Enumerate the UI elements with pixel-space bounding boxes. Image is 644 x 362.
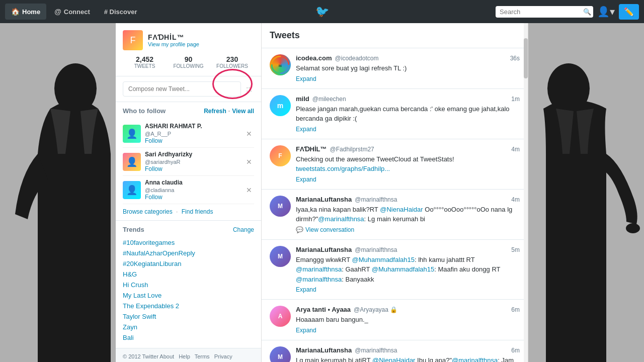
tweet-item[interactable]: m mild @mileechen 1m Please jangan marah…: [262, 89, 528, 139]
trend-item[interactable]: My Last Love: [123, 290, 254, 301]
compose-nav-button[interactable]: ✏️: [619, 4, 639, 20]
trend-item[interactable]: #10favoritegames: [123, 237, 254, 248]
follow-item: 👤 Anna claudia @cladianna Follow ✕: [123, 176, 254, 204]
profile-link[interactable]: View my profile page: [148, 41, 199, 47]
tweet-item[interactable]: M MarianaLuftansha @marinalfthnsa 5m Ema…: [262, 240, 528, 300]
trend-item[interactable]: Taylor Swift: [123, 311, 254, 322]
svg-text:ic: ic: [279, 63, 282, 68]
scrollbar-thumb[interactable]: [524, 38, 528, 78]
trends-header: Trends Change: [123, 226, 254, 233]
svg-rect-2: [86, 214, 101, 362]
follow-avatar-1: 👤: [123, 125, 141, 143]
left-panel: F FΛƊНİL™ View my profile page 2,452 TWE…: [116, 23, 262, 362]
help-link[interactable]: Help: [179, 353, 190, 359]
follow-item: 👤 ASHARI RAHMAT P. @A_R__P Follow ✕: [123, 120, 254, 148]
profile-avatar: F: [123, 30, 143, 50]
trend-item[interactable]: Hi Crush: [123, 280, 254, 290]
profile-header: F FΛƊНİL™ View my profile page: [123, 30, 254, 50]
content-area: F FΛƊНİL™ View my profile page 2,452 TWE…: [116, 23, 528, 362]
refresh-link[interactable]: Refresh: [204, 108, 226, 115]
follow-handle-1: @A_R__P: [145, 131, 171, 137]
tweet-item[interactable]: M MarianaLuftansha @marinalfthnsa 6m Lg …: [262, 340, 528, 363]
left-footer: © 2012 Twitter About Help Terms Privacy: [116, 348, 261, 362]
profile-section: F FΛƊНİL™ View my profile page 2,452 TWE…: [116, 23, 261, 76]
top-navigation: 🏠 Home @ Connect # Discover 🐦 🔍 👤▾ ✏️: [0, 0, 644, 23]
trends-section: Trends Change #10favoritegames #NaufalAz…: [116, 221, 261, 348]
who-to-follow-header: Who to follow Refresh · View all: [123, 107, 254, 115]
tweet-avatar-mariana3: M: [270, 346, 291, 363]
tweets-header: Tweets: [262, 23, 528, 48]
view-all-link[interactable]: View all: [232, 108, 254, 115]
nav-left: 🏠 Home @ Connect # Discover: [5, 4, 143, 20]
about-link[interactable]: About: [159, 353, 174, 359]
tweet-item[interactable]: F FΛƊНİL™ @Fadhilprstm27 4m Checking out…: [262, 139, 528, 190]
expand-link[interactable]: Expand: [296, 286, 520, 293]
nav-connect[interactable]: @ Connect: [48, 4, 96, 20]
follow-button-2[interactable]: Follow: [145, 165, 240, 172]
tweets-stat[interactable]: 2,452 TWEETS: [123, 55, 167, 69]
follow-close-3[interactable]: ✕: [244, 185, 254, 195]
twitter-logo: 🐦: [315, 5, 329, 18]
follow-close-1[interactable]: ✕: [244, 129, 254, 139]
nav-discover[interactable]: # Discover: [98, 4, 143, 20]
browse-categories-link[interactable]: Browse categories: [123, 208, 173, 215]
svg-rect-9: [551, 214, 566, 362]
expand-link[interactable]: Expand: [296, 327, 520, 334]
following-stat[interactable]: 90 FOLLOWING: [167, 55, 210, 69]
tweet-avatar-mariana: M: [270, 196, 291, 217]
expand-link[interactable]: Expand: [296, 176, 520, 183]
tweet-avatar-arya: A: [270, 306, 291, 327]
follow-button-1[interactable]: Follow: [145, 137, 240, 144]
tweet-avatar-mariana2: M: [270, 246, 291, 267]
trend-item[interactable]: Zayn: [123, 322, 254, 332]
compose-input[interactable]: [123, 81, 241, 97]
follow-handle-3: @cladianna: [145, 187, 174, 193]
expand-link[interactable]: Expand: [296, 126, 520, 133]
right-silhouette-svg: [528, 23, 644, 362]
tweet-avatar-mild: m: [270, 95, 291, 116]
trend-item[interactable]: H&G: [123, 269, 254, 280]
who-to-follow-actions: Refresh · View all: [204, 108, 254, 115]
trend-item[interactable]: Bali: [123, 332, 254, 343]
profile-name: FΛƊНİL™: [148, 33, 199, 41]
search-box: 🔍: [496, 6, 593, 18]
scrollbar-track[interactable]: [524, 23, 528, 362]
follow-name-2: Sari Ardhyarizky: [145, 151, 240, 158]
svg-point-11: [626, 223, 640, 233]
left-silhouette-svg: [0, 23, 116, 362]
silhouette-left: [0, 23, 116, 362]
follow-name-1: ASHARI RAHMAT P.: [145, 123, 240, 130]
user-menu-icon[interactable]: 👤▾: [597, 6, 615, 18]
who-to-follow-section: Who to follow Refresh · View all 👤 ASHAR…: [116, 102, 261, 221]
silhouette-right: [528, 23, 644, 362]
terms-link[interactable]: Terms: [195, 353, 210, 359]
profile-stats: 2,452 TWEETS 90 FOLLOWING 230 FOLLOWERS: [123, 55, 254, 69]
followers-stat[interactable]: 230 FOLLOWERS: [210, 55, 254, 69]
trend-item[interactable]: #NaufalAzharOpenReply: [123, 248, 254, 258]
trend-item[interactable]: #20KegiatanLiburan: [123, 258, 254, 269]
follow-button-3[interactable]: Follow: [145, 194, 240, 201]
browse-links: Browse categories · Find friends: [123, 208, 254, 215]
trends-change-link[interactable]: Change: [233, 226, 254, 233]
compose-options-button[interactable]: :::: [244, 83, 254, 95]
search-input[interactable]: [500, 8, 580, 16]
privacy-link[interactable]: Privacy: [214, 353, 232, 359]
follow-avatar-3: 👤: [123, 181, 141, 199]
tweets-panel: Tweets ic icodea.com @icodeadotcom: [262, 23, 528, 362]
home-icon: 🏠: [11, 8, 20, 16]
connect-icon: @: [54, 8, 61, 16]
view-conversation-link[interactable]: 💬 View conversation: [296, 226, 520, 233]
trend-item[interactable]: The Expendables 2: [123, 301, 254, 311]
expand-link[interactable]: Expand: [296, 75, 520, 82]
tweet-item[interactable]: M MarianaLuftansha @marinalfthnsa 4m Iya…: [262, 190, 528, 240]
follow-close-2[interactable]: ✕: [244, 157, 254, 167]
main-content: F FΛƊНİL™ View my profile page 2,452 TWE…: [0, 23, 644, 362]
nav-home[interactable]: 🏠 Home: [5, 4, 46, 20]
find-friends-link[interactable]: Find friends: [182, 208, 213, 215]
follow-item: 👤 Sari Ardhyarizky @sariardhyaR Follow ✕: [123, 148, 254, 176]
search-icon: 🔍: [583, 8, 591, 16]
tweet-item[interactable]: ic icodea.com @icodeadotcom 36s Selamat …: [262, 48, 528, 89]
tweet-item[interactable]: A Arya tanti • Ayaaa @Aryayayaa 🔒 6m Hoa…: [262, 300, 528, 340]
tweet-avatar-fadhil: F: [270, 145, 291, 166]
follow-handle-2: @sariardhyaR: [145, 159, 180, 165]
